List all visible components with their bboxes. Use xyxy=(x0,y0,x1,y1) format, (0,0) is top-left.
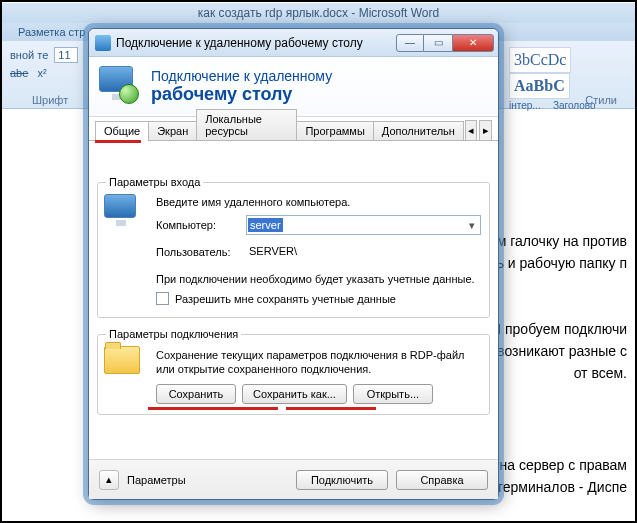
style-sample-2[interactable]: AaBbC xyxy=(509,73,570,99)
tab-general[interactable]: Общие xyxy=(95,121,149,141)
help-button[interactable]: Справка xyxy=(396,470,488,490)
doc-line: терминалов - Диспе xyxy=(497,476,627,498)
collapse-options-button[interactable]: ▴ xyxy=(99,470,119,490)
annotation-line xyxy=(286,407,376,410)
style-label-1: інтер... xyxy=(509,100,541,111)
dialog-bottom-bar: ▴ Параметры Подключить Справка xyxy=(89,459,498,499)
doc-line: им галочку на против xyxy=(489,230,627,252)
group-login: Параметры входа Введите имя удаленного к… xyxy=(97,176,490,318)
doc-line: о возникают разные с xyxy=(485,340,627,362)
login-note: При подключении необходимо будет указать… xyxy=(156,272,477,286)
strikethrough-button[interactable]: abe xyxy=(10,67,28,79)
style-sample-1[interactable]: 3bCcDc xyxy=(509,47,571,73)
dialog-titlebar[interactable]: Подключение к удаленному рабочему столу … xyxy=(89,29,498,57)
open-button[interactable]: Открыть... xyxy=(353,384,433,404)
computer-combo[interactable]: server ▾ xyxy=(246,215,481,235)
word-title: как создать rdp ярлык.docx - Microsoft W… xyxy=(2,3,635,23)
rdp-app-icon xyxy=(95,35,111,51)
rdp-dialog: Подключение к удаленному рабочему столу … xyxy=(88,28,499,500)
save-credentials-checkbox[interactable] xyxy=(156,292,169,305)
tab-scroll-right[interactable]: ▸ xyxy=(479,120,492,141)
user-label: Пользователь: xyxy=(156,246,246,258)
computer-icon xyxy=(104,194,142,228)
options-label[interactable]: Параметры xyxy=(127,474,186,486)
tab-advanced[interactable]: Дополнительн xyxy=(373,121,464,141)
close-button[interactable]: ✕ xyxy=(452,34,494,52)
doc-line: от всем. xyxy=(574,362,627,384)
dialog-title: Подключение к удаленному рабочему столу xyxy=(116,36,396,50)
annotation-line xyxy=(148,407,278,410)
tab-scroll-left[interactable]: ◂ xyxy=(465,120,478,141)
tab-programs[interactable]: Программы xyxy=(296,121,373,141)
dialog-header: Подключение к удаленному рабочему столу xyxy=(89,57,498,117)
connection-text: Сохранение текущих параметров подключени… xyxy=(156,348,481,376)
ribbon-section-styles: Стили xyxy=(585,94,617,106)
doc-line: уть и рабочую папку п xyxy=(483,252,627,274)
connect-button[interactable]: Подключить xyxy=(296,470,388,490)
tab-display[interactable]: Экран xyxy=(148,121,197,141)
superscript-button[interactable]: x² xyxy=(37,67,46,79)
rdp-header-icon xyxy=(99,66,141,108)
minimize-button[interactable]: — xyxy=(396,34,424,52)
font-theme-label: вной те xyxy=(10,49,48,61)
group-connection: Параметры подключения Сохранение текущих… xyxy=(97,328,490,415)
doc-line: м на сервер с правам xyxy=(486,454,627,476)
folder-icon xyxy=(104,346,140,374)
annotation-line xyxy=(95,140,141,143)
tab-local-resources[interactable]: Локальные ресурсы xyxy=(196,109,297,141)
computer-value: server xyxy=(248,218,283,232)
group-login-legend: Параметры входа xyxy=(106,176,203,188)
maximize-button[interactable]: ▭ xyxy=(424,34,452,52)
doc-line: И пробуем подключи xyxy=(491,318,627,340)
login-intro: Введите имя удаленного компьютера. xyxy=(156,196,481,208)
header-line1: Подключение к удаленному xyxy=(151,68,332,84)
ribbon-section-font: Шрифт xyxy=(32,94,68,106)
user-value: SERVER\ xyxy=(246,242,481,262)
chevron-down-icon[interactable]: ▾ xyxy=(464,219,480,232)
computer-label: Компьютер: xyxy=(156,219,246,231)
save-button[interactable]: Сохранить xyxy=(156,384,236,404)
group-connection-legend: Параметры подключения xyxy=(106,328,241,340)
dialog-tabs: Общие Экран Локальные ресурсы Программы … xyxy=(89,117,498,141)
font-size-input[interactable]: 11 xyxy=(54,47,78,63)
save-as-button[interactable]: Сохранить как... xyxy=(242,384,347,404)
save-credentials-label: Разрешить мне сохранять учетные данные xyxy=(175,293,396,305)
header-line2: рабочему столу xyxy=(151,84,332,105)
